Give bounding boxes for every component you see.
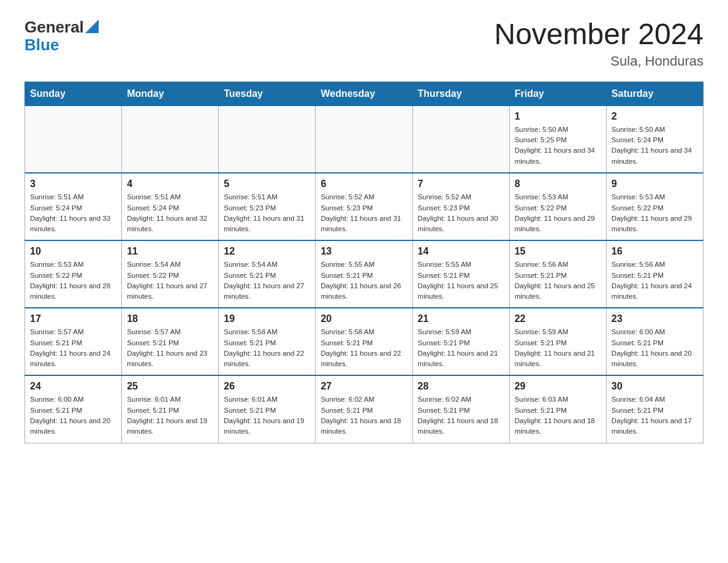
calendar-day-cell: 15Sunrise: 5:56 AMSunset: 5:21 PMDayligh…	[509, 240, 606, 308]
day-number: 28	[418, 381, 504, 392]
day-number: 29	[515, 381, 601, 392]
calendar-week-row: 1Sunrise: 5:50 AMSunset: 5:25 PMDaylight…	[25, 105, 703, 173]
day-number: 11	[127, 246, 213, 257]
day-info: Sunrise: 5:59 AMSunset: 5:21 PMDaylight:…	[515, 327, 601, 369]
day-number: 3	[30, 178, 116, 190]
calendar-day-cell: 28Sunrise: 6:02 AMSunset: 5:21 PMDayligh…	[412, 375, 509, 443]
calendar-week-row: 17Sunrise: 5:57 AMSunset: 5:21 PMDayligh…	[25, 308, 703, 375]
calendar-day-cell: 9Sunrise: 5:53 AMSunset: 5:22 PMDaylight…	[606, 173, 703, 240]
day-info: Sunrise: 6:01 AMSunset: 5:21 PMDaylight:…	[127, 394, 213, 437]
day-info: Sunrise: 5:59 AMSunset: 5:21 PMDaylight:…	[418, 327, 504, 369]
calendar-day-cell: 29Sunrise: 6:03 AMSunset: 5:21 PMDayligh…	[509, 375, 606, 443]
day-number: 26	[224, 381, 310, 392]
day-number: 8	[515, 178, 601, 190]
day-info: Sunrise: 5:57 AMSunset: 5:21 PMDaylight:…	[127, 327, 213, 369]
calendar-day-cell	[122, 105, 219, 173]
day-info: Sunrise: 5:56 AMSunset: 5:21 PMDaylight:…	[612, 259, 698, 302]
day-info: Sunrise: 6:01 AMSunset: 5:21 PMDaylight:…	[224, 394, 310, 437]
day-info: Sunrise: 5:52 AMSunset: 5:23 PMDaylight:…	[418, 192, 504, 234]
header-wednesday: Wednesday	[316, 82, 412, 105]
calendar-day-cell: 4Sunrise: 5:51 AMSunset: 5:24 PMDaylight…	[122, 173, 219, 240]
day-info: Sunrise: 6:00 AMSunset: 5:21 PMDaylight:…	[612, 327, 698, 369]
day-number: 16	[612, 246, 698, 257]
day-info: Sunrise: 5:55 AMSunset: 5:21 PMDaylight:…	[418, 259, 504, 302]
day-number: 21	[418, 313, 504, 324]
calendar-day-cell: 12Sunrise: 5:54 AMSunset: 5:21 PMDayligh…	[219, 240, 316, 308]
logo-general-text: General	[25, 18, 84, 36]
day-number: 25	[127, 381, 213, 392]
day-info: Sunrise: 5:53 AMSunset: 5:22 PMDaylight:…	[30, 259, 116, 302]
day-number: 13	[320, 246, 407, 257]
calendar-table: Sunday Monday Tuesday Wednesday Thursday…	[25, 82, 703, 443]
calendar-day-cell: 21Sunrise: 5:59 AMSunset: 5:21 PMDayligh…	[412, 308, 509, 375]
day-info: Sunrise: 6:02 AMSunset: 5:21 PMDaylight:…	[320, 394, 407, 437]
calendar-day-cell: 11Sunrise: 5:54 AMSunset: 5:22 PMDayligh…	[122, 240, 219, 308]
day-info: Sunrise: 5:54 AMSunset: 5:21 PMDaylight:…	[224, 259, 310, 302]
header-sunday: Sunday	[25, 82, 122, 105]
calendar-day-cell: 18Sunrise: 5:57 AMSunset: 5:21 PMDayligh…	[122, 308, 219, 375]
calendar-day-cell: 24Sunrise: 6:00 AMSunset: 5:21 PMDayligh…	[25, 375, 122, 443]
day-info: Sunrise: 6:04 AMSunset: 5:21 PMDaylight:…	[612, 394, 698, 437]
header-thursday: Thursday	[412, 82, 509, 105]
calendar-day-cell: 2Sunrise: 5:50 AMSunset: 5:24 PMDaylight…	[606, 105, 703, 173]
day-info: Sunrise: 6:00 AMSunset: 5:21 PMDaylight:…	[30, 394, 116, 437]
calendar-subtitle: Sula, Honduras	[494, 53, 703, 69]
calendar-day-cell: 26Sunrise: 6:01 AMSunset: 5:21 PMDayligh…	[219, 375, 316, 443]
weekday-header-row: Sunday Monday Tuesday Wednesday Thursday…	[25, 82, 703, 105]
day-info: Sunrise: 5:53 AMSunset: 5:22 PMDaylight:…	[612, 192, 698, 234]
calendar-day-cell: 17Sunrise: 5:57 AMSunset: 5:21 PMDayligh…	[25, 308, 122, 375]
day-number: 1	[515, 111, 601, 122]
calendar-day-cell	[219, 105, 316, 173]
calendar-week-row: 10Sunrise: 5:53 AMSunset: 5:22 PMDayligh…	[25, 240, 703, 308]
logo: General Blue	[25, 18, 99, 53]
day-number: 19	[224, 313, 310, 324]
day-info: Sunrise: 5:53 AMSunset: 5:22 PMDaylight:…	[515, 192, 601, 234]
calendar-day-cell: 30Sunrise: 6:04 AMSunset: 5:21 PMDayligh…	[606, 375, 703, 443]
day-info: Sunrise: 5:58 AMSunset: 5:21 PMDaylight:…	[320, 327, 407, 369]
calendar-day-cell: 7Sunrise: 5:52 AMSunset: 5:23 PMDaylight…	[412, 173, 509, 240]
day-number: 15	[515, 246, 601, 257]
day-number: 18	[127, 313, 213, 324]
page-header: General Blue November 2024 Sula, Hondura…	[25, 18, 703, 69]
logo-blue-text: Blue	[25, 36, 59, 54]
day-number: 2	[612, 111, 698, 122]
calendar-day-cell: 23Sunrise: 6:00 AMSunset: 5:21 PMDayligh…	[606, 308, 703, 375]
day-number: 5	[224, 178, 310, 190]
calendar-day-cell: 10Sunrise: 5:53 AMSunset: 5:22 PMDayligh…	[25, 240, 122, 308]
day-number: 24	[30, 381, 116, 392]
calendar-day-cell	[316, 105, 412, 173]
day-number: 20	[320, 313, 407, 324]
calendar-day-cell: 20Sunrise: 5:58 AMSunset: 5:21 PMDayligh…	[316, 308, 412, 375]
calendar-day-cell: 5Sunrise: 5:51 AMSunset: 5:23 PMDaylight…	[219, 173, 316, 240]
day-number: 9	[612, 178, 698, 190]
day-info: Sunrise: 6:02 AMSunset: 5:21 PMDaylight:…	[418, 394, 504, 437]
day-number: 6	[320, 178, 407, 190]
day-info: Sunrise: 5:54 AMSunset: 5:22 PMDaylight:…	[127, 259, 213, 302]
calendar-title: November 2024	[494, 18, 703, 51]
day-number: 12	[224, 246, 310, 257]
day-info: Sunrise: 5:58 AMSunset: 5:21 PMDaylight:…	[224, 327, 310, 369]
day-info: Sunrise: 5:55 AMSunset: 5:21 PMDaylight:…	[320, 259, 407, 302]
logo-triangle-icon	[85, 20, 99, 33]
calendar-day-cell: 22Sunrise: 5:59 AMSunset: 5:21 PMDayligh…	[509, 308, 606, 375]
day-info: Sunrise: 5:52 AMSunset: 5:23 PMDaylight:…	[320, 192, 407, 234]
calendar-day-cell: 25Sunrise: 6:01 AMSunset: 5:21 PMDayligh…	[122, 375, 219, 443]
calendar-day-cell: 8Sunrise: 5:53 AMSunset: 5:22 PMDaylight…	[509, 173, 606, 240]
header-saturday: Saturday	[606, 82, 703, 105]
day-info: Sunrise: 5:51 AMSunset: 5:24 PMDaylight:…	[30, 192, 116, 234]
day-info: Sunrise: 5:51 AMSunset: 5:24 PMDaylight:…	[127, 192, 213, 234]
day-number: 22	[515, 313, 601, 324]
day-number: 17	[30, 313, 116, 324]
calendar-day-cell: 6Sunrise: 5:52 AMSunset: 5:23 PMDaylight…	[316, 173, 412, 240]
day-info: Sunrise: 5:57 AMSunset: 5:21 PMDaylight:…	[30, 327, 116, 369]
day-info: Sunrise: 5:51 AMSunset: 5:23 PMDaylight:…	[224, 192, 310, 234]
calendar-day-cell: 14Sunrise: 5:55 AMSunset: 5:21 PMDayligh…	[412, 240, 509, 308]
calendar-day-cell: 1Sunrise: 5:50 AMSunset: 5:25 PMDaylight…	[509, 105, 606, 173]
day-info: Sunrise: 6:03 AMSunset: 5:21 PMDaylight:…	[515, 394, 601, 437]
calendar-day-cell: 3Sunrise: 5:51 AMSunset: 5:24 PMDaylight…	[25, 173, 122, 240]
day-number: 27	[320, 381, 407, 392]
header-tuesday: Tuesday	[219, 82, 316, 105]
svg-marker-0	[85, 20, 99, 33]
calendar-day-cell	[412, 105, 509, 173]
calendar-day-cell: 13Sunrise: 5:55 AMSunset: 5:21 PMDayligh…	[316, 240, 412, 308]
